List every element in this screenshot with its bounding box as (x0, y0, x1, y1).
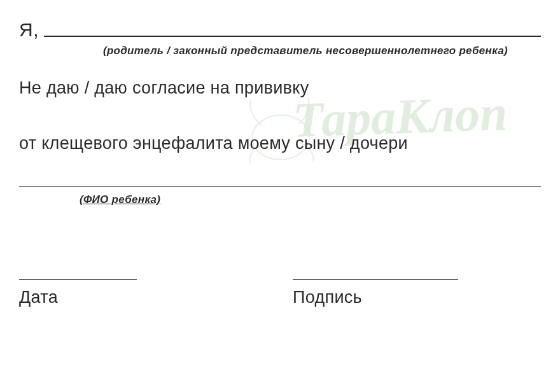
parent-hint: (родитель / законный представитель несов… (19, 45, 541, 57)
bottom-fields: Дата Подпись (19, 279, 541, 307)
date-blank-line (19, 279, 137, 280)
child-name-blank-line (19, 186, 541, 187)
body-line-2: от клещевого энцефалита моему сыну / доч… (19, 130, 541, 157)
date-field: Дата (19, 279, 137, 307)
signature-blank-line (293, 279, 458, 280)
date-label: Дата (19, 288, 137, 307)
name-blank-line (44, 36, 541, 37)
intro-line: Я, (19, 19, 541, 41)
signature-label: Подпись (293, 288, 458, 307)
body-line-1: Не даю / даю согласие на прививку (19, 75, 541, 101)
intro-text: Я, (19, 19, 44, 41)
child-hint: (ФИО ребенка) (19, 193, 541, 206)
signature-field: Подпись (293, 279, 458, 307)
document-content: Я, (родитель / законный представитель не… (19, 19, 541, 307)
